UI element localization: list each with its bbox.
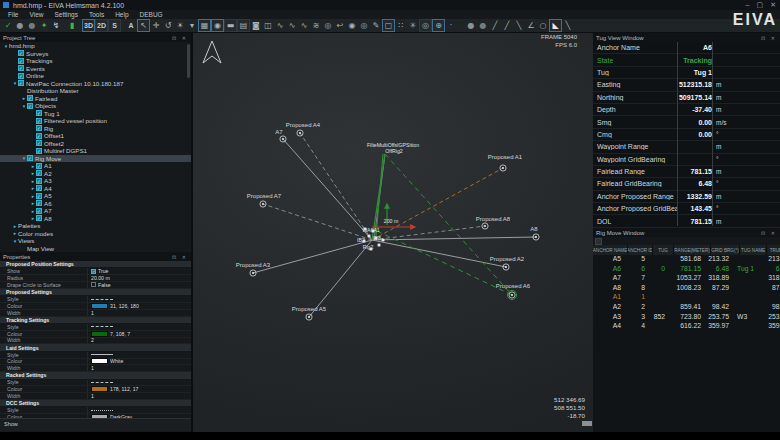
profile-icon-1[interactable]: ∿ — [274, 20, 286, 32]
checkbox-icon[interactable]: ✓ — [27, 155, 33, 161]
anchor-node-proposed-a8[interactable]: Proposed A8 — [476, 216, 511, 229]
checkbox-icon[interactable]: ✓ — [27, 103, 33, 109]
scatter-icon[interactable]: ∷ — [395, 20, 407, 32]
select-cursor-icon[interactable]: ↖ — [137, 19, 150, 32]
menu-tools[interactable]: Tools — [89, 11, 104, 18]
tree-item-trackings[interactable]: ✓Trackings — [0, 57, 191, 65]
table-row-a5[interactable]: A55581.68213.32213.32 — [593, 255, 780, 265]
map-canvas[interactable]: A7Proposed A4Proposed A7Proposed A3Propo… — [193, 33, 593, 432]
profile-icon-2[interactable]: ∿ — [286, 20, 298, 32]
property-value[interactable]: 2 — [88, 338, 191, 344]
world-icon[interactable]: ◉ — [211, 19, 224, 32]
view-2d-button[interactable]: 2D — [95, 19, 108, 32]
property-value[interactable]: 7, 108, 7 — [88, 331, 191, 337]
table-row-a8[interactable]: A881008.2387.2987.30 — [593, 284, 780, 294]
eye-icon[interactable]: ◉ — [346, 20, 358, 32]
property-section-header[interactable]: DCC Settings — [0, 400, 191, 407]
close-button[interactable]: ✕ — [770, 1, 776, 9]
tree-item-a2[interactable]: ▸✓A2 — [0, 170, 191, 178]
table-row-a6[interactable]: A660781.156.48Tug 16.48 — [593, 265, 780, 275]
tree-item-filtered-vessel-position[interactable]: ✓Filtered vessel position — [0, 117, 191, 125]
tree-item-objects[interactable]: ▾✓Objects — [0, 102, 191, 110]
anchor-node-proposed-a4[interactable]: Proposed A4 — [286, 122, 321, 136]
menu-debug[interactable]: DEBUG — [140, 11, 163, 18]
tree-item-color-modes[interactable]: ▸Color modes — [0, 230, 191, 238]
table-row-a7[interactable]: A771053.27318.89318.90 — [593, 274, 780, 284]
tree-item-map-view[interactable]: Map View — [0, 245, 191, 253]
color-swatch[interactable] — [91, 386, 108, 392]
checkbox-icon[interactable]: ✓ — [36, 178, 42, 184]
view-3d-button[interactable]: 3D — [82, 19, 95, 32]
checkbox-icon[interactable]: ✓ — [36, 193, 42, 199]
anchor-node-proposed-a1[interactable]: Proposed A1 — [488, 154, 523, 171]
circle-tool-icon[interactable]: ○ — [537, 20, 549, 32]
property-row[interactable]: Colour7, 108, 7 — [0, 331, 191, 338]
globe-icon[interactable]: ● — [14, 20, 26, 32]
map-scrollbar-handle[interactable] — [582, 421, 592, 426]
undo-icon[interactable]: ↩ — [334, 20, 346, 32]
vessel-marker[interactable] — [378, 244, 381, 247]
tree-item-offset1[interactable]: ✓Offset1 — [0, 132, 191, 140]
status-ok-icon[interactable]: ✓ — [2, 20, 14, 32]
checkbox-icon[interactable]: ✓ — [91, 269, 96, 274]
seabed-image-icon[interactable]: ▤ — [237, 19, 250, 32]
location-pin-icon[interactable]: ◎ — [322, 20, 334, 32]
tree-item-events[interactable]: ✓Events — [0, 65, 191, 73]
property-value[interactable]: False — [88, 282, 191, 288]
edit-icon[interactable]: ✎ — [370, 20, 382, 32]
tree-item-a8[interactable]: ▸✓A8 — [0, 215, 191, 223]
tree-item-rig-move[interactable]: ▾✓Rig Move — [0, 155, 191, 163]
checkbox-icon[interactable]: ✓ — [27, 95, 33, 101]
property-row[interactable]: Width1 — [0, 310, 191, 317]
dropdown-caret-icon[interactable]: ▾ — [186, 20, 198, 32]
tree-item-navipac-connection-10-10-180-187[interactable]: ▾✓NaviPac Connection 10.10.180.187 — [0, 80, 191, 88]
anchor-node-proposed-a5[interactable]: Proposed A5 — [292, 306, 327, 320]
checkbox-icon[interactable]: ✓ — [18, 73, 24, 79]
tree-item-rig[interactable]: ✓Rig — [0, 125, 191, 133]
orbit-icon[interactable]: ↺ — [162, 20, 174, 32]
circle-a-icon[interactable]: ● — [465, 20, 477, 32]
menu-help[interactable]: Help — [115, 11, 128, 18]
camera-icon[interactable]: ◙ — [250, 20, 262, 32]
tree-item-palettes[interactable]: ▸Palettes — [0, 222, 191, 230]
battery-icon[interactable]: ▮ — [66, 20, 78, 32]
table-row-a2[interactable]: A22859.4198.4298.42 — [593, 303, 780, 313]
checkbox-icon[interactable]: ✓ — [36, 148, 42, 154]
tree-item-views[interactable]: ▾Views — [0, 237, 191, 245]
line-dot-tool-icon[interactable]: ╲ — [513, 20, 525, 32]
table-row-a1[interactable]: A11 — [593, 293, 780, 303]
column-header-tug[interactable]: TUG — [653, 245, 673, 255]
property-value[interactable]: ✓True — [88, 268, 191, 274]
property-row[interactable]: Drape Circle to SurfaceFalse — [0, 282, 191, 289]
checkbox-icon[interactable]: ✓ — [18, 80, 24, 86]
tree-item-hmd-hmp[interactable]: ▾hmd.hmp — [0, 42, 191, 50]
tree-item-multiref-dgps1[interactable]: ✓Multiref DGPS1 — [0, 147, 191, 155]
property-value[interactable]: 1 — [88, 393, 191, 399]
checkbox-icon[interactable]: ✓ — [18, 58, 24, 64]
panel-buttons[interactable]: ⊡ ✕ — [761, 35, 777, 41]
angle-tool-icon[interactable]: ∠ — [525, 20, 537, 32]
property-section-header[interactable]: Proposed Settings — [0, 289, 191, 296]
tree-item-a4[interactable]: ▸✓A4 — [0, 185, 191, 193]
property-section-header[interactable]: Proposed Position Settings — [0, 261, 191, 268]
checkbox-icon[interactable]: ✓ — [36, 118, 42, 124]
tree-item-distribution-master[interactable]: Distribution Master — [0, 87, 191, 95]
vessel-marker[interactable] — [368, 235, 371, 238]
checkbox-icon[interactable]: ✓ — [36, 208, 42, 214]
anchor-node-a8[interactable]: A8 — [530, 226, 539, 240]
panel-buttons[interactable]: ⊡ ✕ — [761, 230, 777, 236]
target-icon[interactable]: ◎ — [419, 19, 432, 32]
checkbox-icon[interactable]: ✓ — [18, 50, 24, 56]
property-value[interactable]: 1 — [88, 365, 191, 371]
checkbox-icon[interactable]: ✓ — [36, 110, 42, 116]
tree-item-fairlead[interactable]: ▸✓Fairlead — [0, 95, 191, 103]
anchor-node-proposed-a2[interactable]: Proposed A2 — [490, 256, 525, 270]
checkbox-icon[interactable]: ✓ — [36, 200, 42, 206]
color-swatch[interactable] — [91, 303, 108, 309]
property-row[interactable]: Width1 — [0, 393, 191, 400]
video-icon[interactable]: ◫ — [262, 20, 274, 32]
winch-icon[interactable]: ≋ — [310, 20, 322, 32]
property-value[interactable] — [88, 324, 191, 330]
checkbox-icon[interactable]: ✓ — [36, 125, 42, 131]
ray-icon[interactable]: ╲ — [562, 20, 574, 32]
